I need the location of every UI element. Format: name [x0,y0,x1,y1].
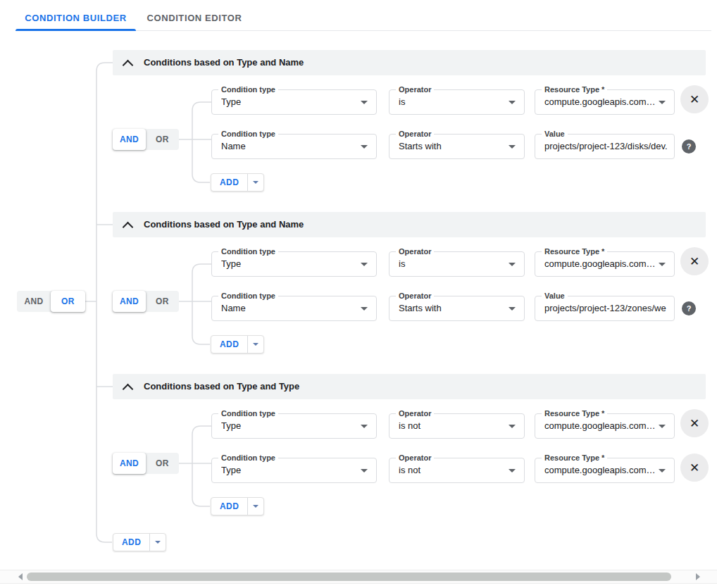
resource-type-select[interactable]: Resource Type * compute.googleapis.com… [535,413,675,439]
outer-logic-toggle: AND OR [17,291,85,312]
chevron-down-icon [361,425,368,428]
outer-or-option[interactable]: OR [51,291,85,312]
add-label: ADD [211,498,247,515]
scroll-left-arrow-icon[interactable] [18,573,23,580]
or-option[interactable]: OR [146,291,179,312]
chevron-down-icon [361,263,368,266]
horizontal-scrollbar[interactable] [0,570,717,584]
outer-and-option[interactable]: AND [17,291,51,312]
chevron-down-icon [361,145,368,149]
and-option[interactable]: AND [113,453,146,474]
close-icon: ✕ [690,416,699,431]
condition-type-select[interactable]: Condition type Name [211,134,377,159]
field-value: Name [221,296,358,320]
chevron-down-icon [659,263,666,266]
close-icon: ✕ [690,461,699,475]
tab-condition-builder[interactable]: CONDITION BUILDER [15,6,136,31]
condition-type-select[interactable]: Condition type Name [211,296,377,321]
add-dropdown-button[interactable] [248,498,263,515]
add-condition-group-button[interactable]: ADD [113,533,166,551]
add-condition-button[interactable]: ADD [211,497,264,515]
field-value: Type [221,458,358,482]
chevron-up-icon [123,384,134,395]
tab-condition-editor[interactable]: CONDITION EDITOR [136,6,253,31]
chevron-down-icon [509,307,516,311]
resource-type-select[interactable]: Resource Type * compute.googleapis.com… [535,89,675,115]
value-input[interactable]: Value projects/project-123/zones/we [535,296,675,321]
chevron-down-icon [509,469,516,473]
field-value: is [399,252,506,276]
caret-down-icon [253,505,258,508]
chevron-down-icon [509,425,516,428]
field-value: projects/project-123/disks/dev. [544,135,668,158]
scroll-right-arrow-icon[interactable] [696,573,700,580]
remove-condition-button[interactable]: ✕ [680,247,709,275]
chevron-down-icon [509,263,516,266]
field-value: compute.googleapis.com… [544,90,656,114]
condition-type-select[interactable]: Condition type Type [211,413,377,439]
group-1-header[interactable]: Conditions based on Type and Name [113,50,706,75]
operator-select[interactable]: Operator Starts with [389,296,525,321]
chevron-down-icon [361,469,368,473]
resource-type-select[interactable]: Resource Type * compute.googleapis.com… [535,458,675,483]
field-value: compute.googleapis.com… [544,252,656,276]
caret-down-icon [253,343,258,346]
add-condition-button[interactable]: ADD [211,173,264,192]
caret-down-icon [253,181,258,184]
chevron-down-icon [361,307,368,311]
remove-condition-button[interactable]: ✕ [680,409,709,437]
active-tab-indicator [15,29,136,31]
chevron-down-icon [659,425,666,428]
or-option[interactable]: OR [146,129,179,150]
and-option[interactable]: AND [113,291,146,312]
field-value: Type [221,414,358,438]
operator-select[interactable]: Operator is [389,89,525,115]
condition-type-select[interactable]: Condition type Type [211,89,377,115]
help-icon[interactable]: ? [682,301,696,315]
group-1-logic-toggle: AND OR [113,129,179,150]
chevron-down-icon [659,101,666,104]
field-value: compute.googleapis.com… [544,414,656,438]
field-value: is [399,90,506,114]
condition-tree-connectors [0,0,717,588]
add-dropdown-button[interactable] [248,336,263,353]
resource-type-select[interactable]: Resource Type * compute.googleapis.com… [535,251,675,277]
field-value: Starts with [399,135,506,158]
group-3-logic-toggle: AND OR [113,453,179,474]
add-condition-button[interactable]: ADD [211,335,264,354]
or-option[interactable]: OR [146,453,179,474]
condition-type-select[interactable]: Condition type Type [211,251,377,277]
close-icon: ✕ [690,92,699,107]
field-value: projects/project-123/zones/we [544,296,668,320]
field-value: Type [221,90,358,114]
condition-type-select[interactable]: Condition type Type [211,458,377,483]
help-glyph: ? [687,304,692,313]
field-value: is not [399,414,506,438]
close-icon: ✕ [690,254,699,269]
group-title: Conditions based on Type and Type [144,374,299,399]
add-dropdown-button[interactable] [150,534,166,551]
condition-builder-panel: CONDITION BUILDER CONDITION EDITOR AND O… [0,0,717,588]
group-2-header[interactable]: Conditions based on Type and Name [113,212,706,237]
add-dropdown-button[interactable] [248,174,263,191]
remove-condition-button[interactable]: ✕ [680,453,709,482]
group-3-header[interactable]: Conditions based on Type and Type [113,374,706,399]
scrollbar-thumb[interactable] [27,573,671,581]
add-label: ADD [113,534,149,551]
operator-select[interactable]: Operator is not [389,413,525,439]
add-label: ADD [211,174,247,191]
field-value: Name [221,135,358,158]
group-title: Conditions based on Type and Name [144,212,304,237]
remove-condition-button[interactable]: ✕ [680,85,709,113]
field-value: compute.googleapis.com… [544,458,656,482]
operator-select[interactable]: Operator is [389,251,525,277]
group-2-logic-toggle: AND OR [113,291,179,312]
add-label: ADD [211,336,247,353]
caret-down-icon [155,541,161,544]
value-input[interactable]: Value projects/project-123/disks/dev. [535,134,675,159]
field-value: Type [221,252,358,276]
operator-select[interactable]: Operator Starts with [389,134,525,159]
operator-select[interactable]: Operator is not [389,458,525,483]
and-option[interactable]: AND [113,129,146,150]
help-icon[interactable]: ? [682,139,696,154]
